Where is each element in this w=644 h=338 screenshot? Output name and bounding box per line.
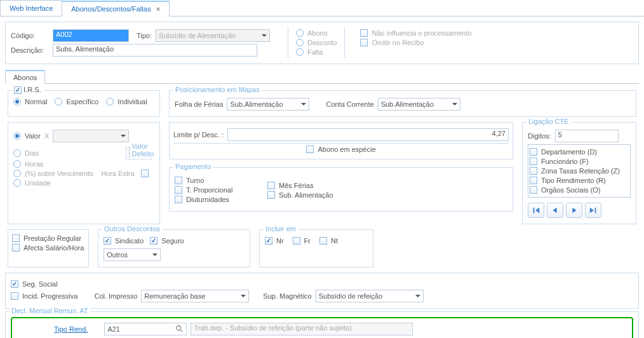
valor-defeito-group: Valor Defeito 0,00 (126, 147, 152, 159)
descricao-label: Descrição: (11, 46, 49, 54)
chk-afecta[interactable] (12, 244, 20, 252)
radio-abono[interactable] (296, 29, 304, 37)
radio-valor[interactable] (13, 132, 21, 140)
chk-fr[interactable] (293, 237, 300, 245)
close-icon[interactable]: × (156, 5, 160, 13)
sub-tabbar: Abonos (5, 69, 639, 84)
pagamento-group: Pagamento Turno T. Proporcional Diuturni… (169, 167, 513, 212)
irs-group: I.R.S. Normal Específico Individual (8, 90, 160, 117)
radio-individual[interactable] (106, 98, 114, 105)
outros-desc-group: Outros Descontos Sindicato Seguro Outros (98, 229, 250, 267)
cte-list: Departamento (D) Funcionário (F) Zona Ta… (528, 144, 631, 198)
chk-cte-tip[interactable] (530, 177, 537, 184)
chk-abono-especie[interactable] (306, 145, 314, 153)
nav-last-button[interactable] (585, 203, 601, 218)
chk-mferias[interactable] (267, 182, 275, 189)
chk-seguro[interactable] (150, 237, 158, 245)
posicionamento-group: Posicionamento em Mapas Folha de Férias … (169, 90, 636, 117)
sup-mag-combo[interactable]: Subsídio de refeição (316, 290, 424, 302)
chk-nao-influencia[interactable] (360, 29, 368, 37)
subtab-abonos[interactable]: Abonos (5, 70, 45, 84)
valor-group: Valor X Dias Valor Defeito 0,00 Horas (%… (8, 122, 160, 224)
chk-irs[interactable] (14, 86, 22, 94)
chk-prestacao[interactable] (12, 234, 20, 242)
cc-label: Conta Corrente (326, 100, 373, 108)
radio-unidade[interactable] (13, 179, 21, 187)
nav-first-button[interactable] (528, 203, 544, 218)
outros-combo[interactable]: Outros (104, 248, 161, 261)
chk-cte-dep[interactable] (530, 148, 537, 156)
nav-next-button[interactable] (566, 203, 582, 218)
radio-dias[interactable] (13, 149, 21, 157)
nav-prev-button[interactable] (547, 203, 563, 218)
digitos-label: Digitos: (528, 132, 551, 140)
chk-subalim[interactable] (267, 191, 275, 199)
tab-abonos[interactable]: Abonos/Descontos/Faltas× (62, 1, 170, 17)
tipo-rend-input[interactable]: A21 (104, 323, 187, 335)
limite-input[interactable]: 4,27 (227, 128, 509, 141)
radio-falta[interactable] (296, 48, 304, 56)
folha-label: Folha de Férias (175, 100, 223, 108)
chk-diut[interactable] (175, 196, 182, 203)
search-icon[interactable] (175, 325, 184, 334)
prestacao-group: Prestação Regular Afecta Salário/Hora (8, 229, 89, 267)
chk-omitir[interactable] (360, 39, 368, 46)
cc-combo[interactable]: Sub.Alimentação (378, 98, 460, 111)
chk-incid[interactable] (11, 292, 18, 300)
digitos-input[interactable]: 5 (555, 130, 619, 142)
chk-tprop[interactable] (175, 186, 182, 194)
radio-desconto[interactable] (296, 39, 304, 46)
codigo-input[interactable]: A002 (53, 29, 129, 42)
col-impresso-label: Col. Impresso (94, 292, 137, 300)
tipo-label: Tipo: (137, 32, 152, 39)
valor-x-combo[interactable] (53, 130, 129, 142)
svg-point-0 (177, 326, 181, 330)
radio-normal[interactable] (13, 98, 21, 105)
chk-cte-org[interactable] (530, 186, 537, 194)
chk-sindicato[interactable] (104, 237, 111, 245)
chk-turno[interactable] (175, 177, 182, 184)
chk-nt[interactable] (319, 237, 327, 245)
chk-hora-extra[interactable] (141, 170, 149, 177)
svg-line-1 (180, 330, 183, 332)
descricao-input[interactable]: Subs. Alimentação (53, 44, 257, 57)
dmr-highlight: Tipo Rend. A21 Trab.dep. - Subsídio de r… (11, 317, 633, 338)
folha-combo[interactable]: Sub.Alimentação (227, 98, 309, 111)
cte-group: Ligação CTE Digitos:5 Departamento (D) F… (522, 122, 636, 224)
chk-cte-zon[interactable] (530, 167, 537, 175)
sup-mag-label: Sup. Magnético (263, 292, 311, 300)
radio-horas[interactable] (13, 160, 21, 168)
limite-group: Limite p/ Desc. : 4,27 Abono em espécie (169, 122, 513, 159)
radio-especifico[interactable] (55, 98, 62, 105)
dmr-group: Decl. Mensal Remun. AT Tipo Rend. A21 Tr… (5, 311, 639, 338)
chk-nr[interactable] (265, 237, 272, 245)
radio-pct[interactable] (13, 170, 21, 177)
segsocial-group: Seg. Social Incid. Progressiva Col. Impr… (5, 273, 639, 309)
tab-web-interface[interactable]: Web Interface (0, 0, 62, 16)
codigo-label: Código: (11, 32, 49, 39)
chk-cte-fun[interactable] (530, 158, 537, 165)
tipo-rend-desc: Trab.dep. - Subsídio de refeição (parte … (191, 323, 413, 335)
header-frame: Código: A002 Tipo: Subsídio de Alimentaç… (5, 22, 639, 64)
chk-segsocial[interactable] (11, 280, 18, 288)
tipo-combo[interactable]: Subsídio de Alimentação (156, 29, 270, 42)
col-impresso-combo[interactable]: Remuneração base (141, 290, 249, 302)
main-tabbar: Web Interface Abonos/Descontos/Faltas× (0, 0, 644, 17)
incluir-group: Incluir em Nr Fr Nt (259, 229, 373, 267)
limite-label: Limite p/ Desc. : (173, 131, 224, 139)
tipo-rend-link[interactable]: Tipo Rend. (54, 325, 88, 333)
